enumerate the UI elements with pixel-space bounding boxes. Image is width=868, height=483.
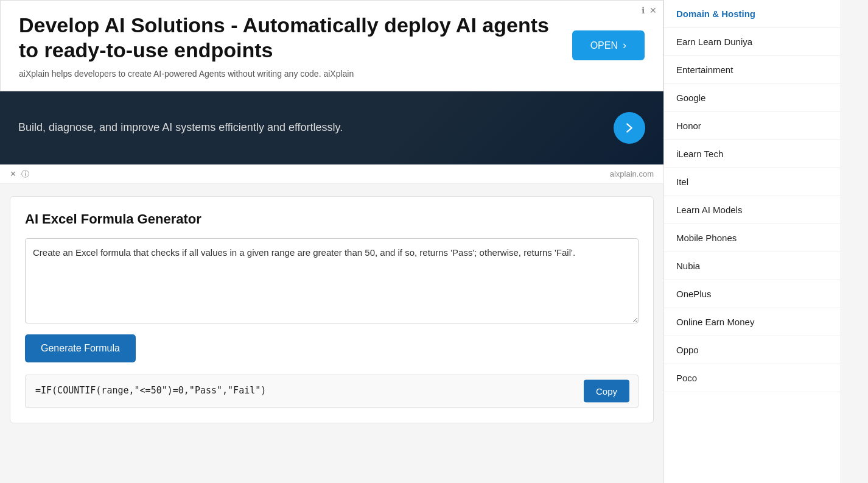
result-box: =IF(COUNTIF(range,"<=50")=0,"Pass","Fail… bbox=[25, 375, 639, 408]
main-content: Develop AI Solutions - Automatically dep… bbox=[0, 0, 663, 483]
ad-close-icon[interactable]: ✕ bbox=[649, 5, 657, 15]
ad-footer-controls: ✕ ⓘ bbox=[10, 169, 29, 180]
copy-label: Copy bbox=[596, 386, 617, 397]
generate-formula-button[interactable]: Generate Formula bbox=[25, 334, 136, 362]
sidebar-item[interactable]: Online Earn Money bbox=[664, 308, 840, 336]
tool-title: AI Excel Formula Generator bbox=[25, 211, 639, 227]
ad-banner-text: Develop AI Solutions - Automatically dep… bbox=[19, 13, 572, 79]
ad-banner-title: Develop AI Solutions - Automatically dep… bbox=[19, 13, 572, 63]
sidebar-item[interactable]: Poco bbox=[664, 364, 840, 392]
ad-footer-info-icon[interactable]: ⓘ bbox=[21, 169, 29, 180]
sidebar-item[interactable]: Mobile Phones bbox=[664, 224, 840, 252]
sidebar-item[interactable]: Earn Learn Duniya bbox=[664, 28, 840, 56]
sidebar-item[interactable]: Google bbox=[664, 84, 840, 112]
result-formula: =IF(COUNTIF(range,"<=50")=0,"Pass","Fail… bbox=[35, 385, 266, 396]
ad-top-controls: ℹ ✕ bbox=[642, 5, 657, 15]
ad-open-button[interactable]: OPEN › bbox=[572, 30, 645, 60]
sidebar-item[interactable]: Honor bbox=[664, 112, 840, 140]
formula-textarea[interactable]: Create an Excel formula that checks if a… bbox=[25, 238, 639, 323]
sidebar: Domain & HostingEarn Learn DuniyaEnterta… bbox=[663, 0, 840, 483]
sidebar-item[interactable]: OnePlus bbox=[664, 280, 840, 308]
chevron-right-icon: › bbox=[623, 39, 626, 52]
ad-banner: Develop AI Solutions - Automatically dep… bbox=[0, 0, 663, 91]
ad-footer-bar: ✕ ⓘ aixplain.com bbox=[0, 164, 663, 184]
hero-arrow-button[interactable] bbox=[614, 112, 645, 144]
ad-footer-close-icon[interactable]: ✕ bbox=[10, 169, 16, 178]
sidebar-item[interactable]: Learn AI Models bbox=[664, 196, 840, 224]
arrow-right-icon bbox=[623, 121, 636, 135]
ad-footer-url: aixplain.com bbox=[610, 169, 654, 178]
ad-info-icon[interactable]: ℹ bbox=[642, 5, 645, 15]
generate-formula-label: Generate Formula bbox=[41, 343, 120, 353]
sidebar-item[interactable]: Nubia bbox=[664, 252, 840, 280]
sidebar-item[interactable]: iLearn Tech bbox=[664, 140, 840, 168]
sidebar-item[interactable]: Domain & Hosting bbox=[664, 0, 840, 28]
sidebar-item[interactable]: Itel bbox=[664, 168, 840, 196]
hero-text: Build, diagnose, and improve AI systems … bbox=[18, 121, 343, 134]
hero-section: Build, diagnose, and improve AI systems … bbox=[0, 91, 663, 164]
ad-open-label: OPEN bbox=[590, 40, 618, 51]
sidebar-item[interactable]: Entertainment bbox=[664, 56, 840, 84]
copy-button[interactable]: Copy bbox=[584, 380, 629, 403]
tool-section: AI Excel Formula Generator Create an Exc… bbox=[10, 196, 654, 423]
sidebar-item[interactable]: Oppo bbox=[664, 336, 840, 364]
ad-banner-description: aiXplain helps developers to create AI-p… bbox=[19, 69, 572, 79]
